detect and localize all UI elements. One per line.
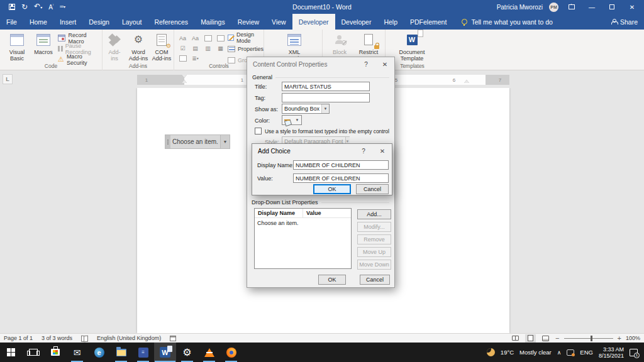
- addins-icon: [106, 31, 123, 48]
- ccp-color-picker[interactable]: ▼: [282, 115, 302, 125]
- start-button[interactable]: [0, 343, 22, 362]
- ccp-choices-list[interactable]: Display Name Value Choose an item.: [254, 208, 352, 269]
- combo-box-control-icon[interactable]: ▤: [189, 43, 201, 53]
- maximize-button[interactable]: [605, 1, 619, 13]
- checkbox-control-icon[interactable]: ☑: [177, 43, 189, 53]
- building-block-control-icon[interactable]: [214, 33, 226, 43]
- ribbon-display-options-icon[interactable]: [565, 1, 579, 13]
- language-indicator[interactable]: ENG: [580, 349, 593, 356]
- macros-button[interactable]: Macros: [31, 31, 55, 55]
- share-button[interactable]: Share: [611, 14, 638, 30]
- tab-design[interactable]: Design: [82, 14, 116, 30]
- ccp-title-input[interactable]: [282, 82, 370, 91]
- tab-view[interactable]: View: [265, 14, 292, 30]
- properties-button[interactable]: Properties: [228, 44, 264, 53]
- tray-app-icon[interactable]: [567, 349, 574, 356]
- zoom-level[interactable]: 100%: [626, 335, 640, 341]
- ccp-add-button[interactable]: Add...: [357, 209, 391, 219]
- content-control-handle[interactable]: [165, 135, 170, 148]
- content-control[interactable]: Choose an item. ▼: [165, 134, 230, 149]
- record-macro-button[interactable]: Record Macro: [58, 33, 102, 43]
- store-icon[interactable]: [44, 343, 66, 362]
- tab-file[interactable]: File: [0, 14, 23, 30]
- zoom-out-button[interactable]: −: [555, 334, 559, 342]
- close-button[interactable]: ✕: [625, 1, 639, 13]
- visual-basic-button[interactable]: Visual Basic: [4, 31, 30, 62]
- zoom-slider-handle[interactable]: [591, 336, 592, 341]
- ccp-close-button[interactable]: ✕: [375, 57, 394, 72]
- add-choice-ok-button[interactable]: OK: [313, 184, 351, 194]
- right-indent-marker[interactable]: [464, 80, 469, 83]
- task-view-button[interactable]: [22, 343, 44, 362]
- vlc-icon[interactable]: [198, 343, 220, 362]
- ccp-show-as-dropdown[interactable]: Bounding Box▼: [282, 104, 330, 114]
- tab-developer-active[interactable]: Developer: [292, 14, 335, 30]
- date-picker-control-icon[interactable]: ▦: [214, 43, 226, 53]
- rich-text-control-icon[interactable]: Aa: [177, 33, 189, 43]
- restrict-editing-button[interactable]: Restrict: [355, 31, 382, 55]
- design-mode-button[interactable]: Design Mode: [228, 33, 264, 42]
- content-control-text[interactable]: Choose an item.: [170, 135, 220, 148]
- tab-review[interactable]: Review: [231, 14, 265, 30]
- notifications-icon[interactable]: 1: [630, 349, 638, 356]
- tab-help[interactable]: Help: [377, 14, 404, 30]
- tab-selector[interactable]: L: [3, 74, 13, 84]
- tab-layout[interactable]: Layout: [116, 14, 148, 30]
- word-taskbar-icon[interactable]: W: [154, 343, 176, 362]
- proofing-icon[interactable]: [81, 336, 88, 341]
- ccp-use-style-checkbox[interactable]: [255, 128, 262, 134]
- list-item[interactable]: Choose an item.: [255, 218, 351, 226]
- language-status[interactable]: English (United Kingdom): [97, 335, 161, 341]
- avatar[interactable]: PM: [549, 3, 558, 12]
- ccp-ok-button[interactable]: OK: [318, 275, 346, 285]
- zoom-in-button[interactable]: +: [618, 334, 621, 342]
- dropdown-list-control-icon[interactable]: ▥: [202, 43, 214, 53]
- print-layout-icon[interactable]: [525, 334, 536, 343]
- first-line-indent-marker[interactable]: [182, 75, 187, 78]
- add-choice-value-input[interactable]: [293, 173, 389, 183]
- weather-icon[interactable]: [487, 348, 495, 356]
- edge-icon[interactable]: e: [88, 343, 110, 362]
- firefox-icon[interactable]: [220, 343, 242, 362]
- read-mode-icon[interactable]: [510, 334, 521, 343]
- tray-expand-icon[interactable]: ∧: [557, 349, 562, 356]
- plain-text-control-icon[interactable]: Aa: [189, 33, 201, 43]
- com-addins-button[interactable]: ⚙ COM Add-ins: [150, 31, 173, 62]
- macro-record-icon[interactable]: [170, 336, 176, 341]
- tab-pdfelement[interactable]: PDFelement: [404, 14, 453, 30]
- app-tile-icon[interactable]: ≡: [132, 343, 154, 362]
- settings-icon[interactable]: ⚙: [176, 343, 198, 362]
- ccp-tag-input[interactable]: [282, 93, 370, 102]
- tell-me-box[interactable]: Tell me what you want to do: [462, 14, 553, 30]
- word-addins-button[interactable]: ⚙ Word Add-ins: [126, 31, 150, 62]
- tab-mailings[interactable]: Mailings: [194, 14, 231, 30]
- file-explorer-icon[interactable]: [110, 343, 132, 362]
- clock[interactable]: 3:33 AM 8/15/2021: [599, 346, 624, 359]
- user-name[interactable]: Patricia Mworozi: [497, 4, 543, 11]
- tab-developer-2[interactable]: Developer: [335, 14, 378, 30]
- hanging-indent-marker[interactable]: [182, 80, 187, 83]
- content-control-dropdown-icon[interactable]: ▼: [220, 135, 230, 148]
- tab-references[interactable]: References: [148, 14, 194, 30]
- zoom-slider[interactable]: [564, 338, 613, 339]
- web-layout-icon[interactable]: [540, 334, 551, 343]
- document-template-button[interactable]: W Document Template: [396, 31, 428, 62]
- add-choice-help-button[interactable]: ?: [354, 144, 373, 158]
- picture-control-icon[interactable]: [202, 33, 214, 43]
- ccp-cancel-button[interactable]: Cancel: [360, 275, 390, 285]
- legacy-tools-icon[interactable]: ≣▾: [189, 53, 201, 63]
- page-count[interactable]: Page 1 of 1: [4, 335, 33, 341]
- ccp-help-button[interactable]: ?: [357, 57, 375, 72]
- add-choice-display-input[interactable]: [293, 160, 389, 170]
- weather-temp[interactable]: 19°C: [501, 349, 514, 356]
- add-choice-close-button[interactable]: ✕: [373, 144, 392, 158]
- add-choice-cancel-button[interactable]: Cancel: [356, 184, 389, 194]
- tab-insert[interactable]: Insert: [53, 14, 82, 30]
- weather-desc[interactable]: Mostly clear: [519, 349, 552, 356]
- mail-icon[interactable]: ✉: [66, 343, 88, 362]
- minimize-button[interactable]: —: [585, 1, 599, 13]
- repeating-section-control-icon[interactable]: [177, 53, 189, 63]
- ccp-col-display-name: Display Name: [255, 209, 303, 217]
- tab-home[interactable]: Home: [23, 14, 53, 30]
- word-count[interactable]: 3 of 3 words: [42, 335, 72, 341]
